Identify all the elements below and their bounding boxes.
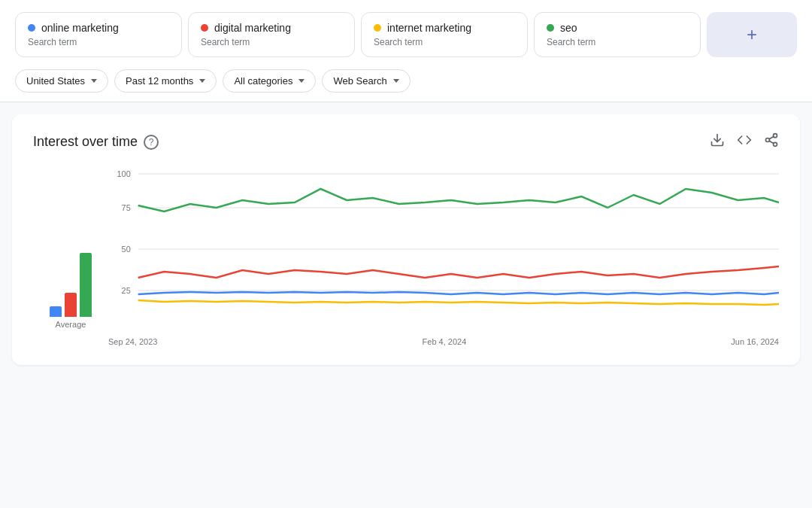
filter-label: All categories xyxy=(234,75,292,87)
avg-bar-1 xyxy=(65,293,77,317)
search-term-card-online-marketing[interactable]: online marketing Search term xyxy=(15,12,182,57)
add-term-button[interactable]: + xyxy=(707,12,797,57)
filter-search-type[interactable]: Web Search xyxy=(322,69,410,93)
search-term-card-internet-marketing[interactable]: internet marketing Search term xyxy=(361,12,528,57)
average-label: Average xyxy=(56,320,86,329)
chevron-down-icon xyxy=(298,79,304,83)
bars-container xyxy=(50,166,92,317)
filter-time[interactable]: Past 12 months xyxy=(114,69,217,93)
line-chart: 100 75 50 25 xyxy=(108,166,779,332)
main-content: Interest over time ? xyxy=(12,114,800,365)
filter-label: Web Search xyxy=(333,75,386,87)
term-name: internet marketing xyxy=(374,22,515,34)
term-name: seo xyxy=(547,22,688,34)
chart-title: Interest over time xyxy=(33,134,138,150)
embed-icon[interactable] xyxy=(737,132,752,151)
svg-text:50: 50 xyxy=(122,245,131,254)
term-label: Search term xyxy=(547,37,688,47)
term-label: Search term xyxy=(28,37,169,47)
top-section: online marketing Search term digital mar… xyxy=(0,0,812,102)
help-icon[interactable]: ? xyxy=(144,135,159,150)
filter-label: Past 12 months xyxy=(126,75,193,87)
share-icon[interactable] xyxy=(764,132,779,151)
term-text: online marketing xyxy=(41,22,119,34)
svg-text:100: 100 xyxy=(117,169,131,178)
search-term-card-seo[interactable]: seo Search term xyxy=(534,12,701,57)
term-label: Search term xyxy=(374,37,515,47)
chevron-down-icon xyxy=(91,79,97,83)
filter-categories[interactable]: All categories xyxy=(223,69,316,93)
term-dot xyxy=(374,24,381,32)
chart-actions xyxy=(710,132,779,151)
filter-label: United States xyxy=(26,75,85,87)
term-text: digital marketing xyxy=(214,22,291,34)
chart-header: Interest over time ? xyxy=(33,132,779,151)
svg-text:75: 75 xyxy=(122,203,131,212)
chevron-down-icon xyxy=(393,79,399,83)
svg-line-5 xyxy=(769,136,774,138)
chart-area: Average 100 75 50 25 xyxy=(33,166,779,347)
x-axis-label: Sep 24, 2023 xyxy=(108,337,157,346)
filters-row: United States Past 12 months All categor… xyxy=(15,69,797,93)
avg-bar-0 xyxy=(50,306,62,317)
x-axis-label: Jun 16, 2024 xyxy=(731,337,779,346)
x-axis-label: Feb 4, 2024 xyxy=(423,337,467,346)
term-name: online marketing xyxy=(28,22,169,34)
term-label: Search term xyxy=(201,37,342,47)
chart-title-area: Interest over time ? xyxy=(33,134,159,150)
x-axis-labels: Sep 24, 2023Feb 4, 2024Jun 16, 2024 xyxy=(108,334,779,346)
svg-line-4 xyxy=(769,141,774,143)
term-dot xyxy=(28,24,35,32)
term-name: digital marketing xyxy=(201,22,342,34)
term-text: seo xyxy=(560,22,577,34)
term-dot xyxy=(547,24,554,32)
svg-text:25: 25 xyxy=(122,286,131,295)
term-dot xyxy=(201,24,208,32)
filter-region[interactable]: United States xyxy=(15,69,108,93)
line-chart-wrapper: 100 75 50 25 Sep 24, 2023Feb 4, 2024Jun … xyxy=(108,166,779,347)
search-terms-row: online marketing Search term digital mar… xyxy=(15,12,797,57)
search-term-card-digital-marketing[interactable]: digital marketing Search term xyxy=(188,12,355,57)
average-bars-section: Average xyxy=(33,166,108,347)
avg-bar-2 xyxy=(80,253,92,317)
term-text: internet marketing xyxy=(387,22,471,34)
chevron-down-icon xyxy=(199,79,205,83)
download-icon[interactable] xyxy=(710,132,725,151)
